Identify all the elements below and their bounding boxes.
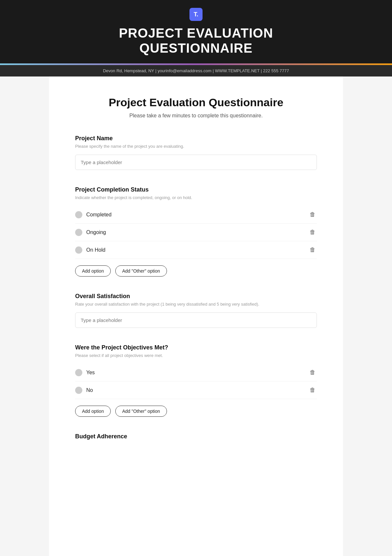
delete-icon-yes[interactable]: 🗑	[308, 368, 317, 377]
radio-circle-completed[interactable]	[75, 211, 82, 218]
page-header: T. PROJECT EVALUATION QUESTIONNAIRE Devo…	[0, 0, 392, 76]
radio-label-ongoing: Ongoing	[86, 229, 106, 235]
question-label-objectives-met: Were the Project Objectives Met?	[75, 344, 317, 351]
header-contact: Devon Rd, Hempstead, NY | yourinfo@email…	[0, 65, 392, 76]
radio-circle-ongoing[interactable]	[75, 229, 82, 236]
question-label-budget-adherence: Budget Adherence	[75, 433, 317, 440]
delete-icon-on-hold[interactable]: 🗑	[308, 245, 317, 255]
overall-satisfaction-input[interactable]	[75, 312, 317, 328]
section-completion-status: Project Completion Status Indicate wheth…	[75, 186, 317, 277]
delete-icon-completed[interactable]: 🗑	[308, 210, 317, 219]
radio-label-on-hold: On Hold	[86, 247, 106, 253]
question-hint-objectives-met: Please select if all project objectives …	[75, 353, 317, 358]
radio-circle-yes[interactable]	[75, 369, 82, 376]
section-budget-adherence: Budget Adherence	[75, 433, 317, 440]
question-hint-project-name: Please specify the name of the project y…	[75, 144, 317, 149]
add-option-row-objectives: Add option Add "Other" option	[75, 406, 317, 417]
radio-option-on-hold: On Hold 🗑	[75, 241, 317, 259]
radio-circle-on-hold[interactable]	[75, 246, 82, 254]
question-label-project-name: Project Name	[75, 135, 317, 142]
radio-label-no: No	[86, 387, 93, 393]
project-name-input[interactable]	[75, 155, 317, 170]
header-title: PROJECT EVALUATION QUESTIONNAIRE	[13, 25, 379, 63]
delete-icon-ongoing[interactable]: 🗑	[308, 227, 317, 237]
radio-option-completed: Completed 🗑	[75, 206, 317, 224]
question-label-completion-status: Project Completion Status	[75, 186, 317, 193]
radio-circle-no[interactable]	[75, 387, 82, 394]
radio-option-yes: Yes 🗑	[75, 364, 317, 381]
section-objectives-met: Were the Project Objectives Met? Please …	[75, 344, 317, 417]
question-hint-completion-status: Indicate whether the project is complete…	[75, 195, 317, 200]
radio-option-no: No 🗑	[75, 381, 317, 399]
radio-label-yes: Yes	[86, 370, 95, 376]
section-project-name: Project Name Please specify the name of …	[75, 135, 317, 170]
question-label-overall-satisfaction: Overall Satisfaction	[75, 293, 317, 300]
radio-label-completed: Completed	[86, 212, 111, 218]
radio-option-ongoing: Ongoing 🗑	[75, 224, 317, 241]
add-option-button-status[interactable]: Add option	[75, 265, 111, 277]
add-option-button-objectives[interactable]: Add option	[75, 406, 111, 417]
add-option-row-status: Add option Add "Other" option	[75, 265, 317, 277]
form-title: Project Evaluation Questionnaire	[75, 96, 317, 109]
add-other-option-button-status[interactable]: Add "Other" option	[115, 265, 167, 277]
question-hint-overall-satisfaction: Rate your overall satisfaction with the …	[75, 302, 317, 307]
main-content: Project Evaluation Questionnaire Please …	[49, 76, 343, 556]
section-overall-satisfaction: Overall Satisfaction Rate your overall s…	[75, 293, 317, 328]
logo: T.	[189, 8, 203, 21]
delete-icon-no[interactable]: 🗑	[308, 385, 317, 395]
form-subtitle: Please take a few minutes to complete th…	[75, 113, 317, 119]
add-other-option-button-objectives[interactable]: Add "Other" option	[115, 406, 167, 417]
